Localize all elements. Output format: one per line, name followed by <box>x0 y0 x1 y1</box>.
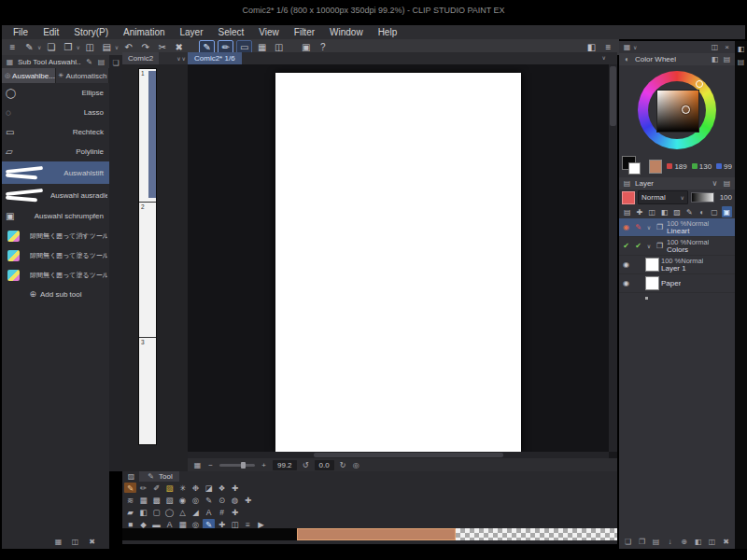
plus-tool-icon[interactable]: ✚ <box>229 507 241 517</box>
export-icon[interactable]: ▤ <box>100 41 114 54</box>
bg-color-swatch[interactable] <box>628 162 641 175</box>
paper-icon[interactable]: ▤ <box>651 537 661 547</box>
drawing-page[interactable] <box>275 73 521 452</box>
correct-line-tool-icon[interactable]: ✎ <box>203 495 215 505</box>
rotate-left-icon[interactable]: ↺ <box>301 461 311 469</box>
history-panel-tab-icon[interactable]: ▤ <box>736 57 746 67</box>
text-tool-icon[interactable]: A <box>203 507 215 517</box>
open-file-icon[interactable]: ❐ <box>61 41 75 54</box>
subtool-item[interactable]: 隙間無く囲って消すツール 参照 <box>2 226 109 245</box>
pages-chevron-icon[interactable]: ∨ <box>176 55 180 62</box>
delete-layer-icon[interactable]: ✖ <box>721 537 731 547</box>
tool-switch-icon-chevron[interactable]: ∨ <box>37 44 41 50</box>
hue-cursor[interactable] <box>696 80 703 88</box>
layer-ruler-icon[interactable]: ▢ <box>709 206 719 217</box>
layer-mask-icon[interactable]: ◐ <box>697 206 707 217</box>
blend-tool-icon[interactable]: ❖ <box>216 483 228 493</box>
menu-edit[interactable]: Edit <box>35 25 66 39</box>
eraser-tool-icon[interactable]: ◪ <box>203 483 215 493</box>
color-wheel-title[interactable]: Color Wheel <box>635 55 707 63</box>
pen-tool-icon[interactable]: ✎ <box>124 483 136 493</box>
circle-tool-icon[interactable]: ◎ <box>190 495 202 505</box>
pencil-tool-icon[interactable]: ✏ <box>137 483 149 493</box>
layer-move-icon[interactable]: ✚ <box>634 206 644 217</box>
layer-row[interactable]: ◉100 %NormalLayer 1 <box>619 256 735 274</box>
frame-border-tool-icon[interactable]: ◧ <box>137 507 149 517</box>
new-folder-icon[interactable]: ❐ <box>637 537 647 547</box>
layer-mask-create-icon[interactable]: ◧ <box>693 537 703 547</box>
menu-filter[interactable]: Filter <box>287 25 322 39</box>
canvas-viewport[interactable] <box>188 64 609 452</box>
layer-row[interactable]: ✔✔∨❐100 %NormalColors <box>619 237 735 256</box>
vertical-scrollbar[interactable] <box>609 64 617 452</box>
close-panel-icon[interactable]: × <box>722 42 732 52</box>
layer-blend-icon[interactable]: ▤ <box>622 206 632 217</box>
subtool-item[interactable]: Auswahl ausradieren <box>2 184 109 206</box>
sv-cursor[interactable] <box>682 105 690 114</box>
horizontal-scrollbar[interactable] <box>188 452 609 458</box>
blend-mode-select[interactable]: Normal ∨ <box>638 190 688 204</box>
page-manager-icon[interactable]: ❏ <box>111 58 121 68</box>
layer-visibility-icon[interactable]: ◉ <box>621 279 631 287</box>
tone-tool-icon[interactable]: ▦ <box>137 495 149 505</box>
subtool-item[interactable]: Auswahlstift <box>2 161 109 184</box>
ruler-tool-icon[interactable]: ▢ <box>150 507 162 517</box>
layer-palette-icon[interactable]: ▣ <box>722 206 732 217</box>
main-menu-icon[interactable]: ≡ <box>6 41 20 54</box>
fill-tool-icon[interactable]: ▨ <box>163 483 176 493</box>
figure-tool-icon[interactable]: ▰ <box>124 507 136 517</box>
zoom-in-icon[interactable]: + <box>259 461 269 469</box>
page-segment[interactable]: 2 <box>139 203 156 338</box>
zoom-value[interactable]: 99.2 <box>273 460 297 470</box>
layer-draft-icon[interactable]: ✎ <box>684 206 695 217</box>
layer-clip-icon[interactable]: ◫ <box>647 206 657 217</box>
two-pane-icon[interactable]: ◫ <box>707 537 717 547</box>
page-segment[interactable]: 1 <box>139 69 156 203</box>
subtool-item[interactable]: ▱Polylinie <box>2 142 109 161</box>
subtool-tab-auswahlbe[interactable]: ◎Auswahlbe... <box>2 68 56 83</box>
layer-thumbnail[interactable] <box>645 276 659 290</box>
new-file-icon[interactable]: ❏ <box>44 41 58 54</box>
current-color-segment[interactable] <box>297 528 456 540</box>
tool-palette-tab[interactable]: ✎ Tool <box>139 471 179 482</box>
reset-view-icon[interactable]: ◎ <box>351 461 361 469</box>
horizontal-scrollbar-thumb[interactable] <box>314 453 503 457</box>
duplicate-subtool-icon[interactable]: ◫ <box>70 537 80 547</box>
new-layer-icon[interactable]: ❏ <box>623 537 633 547</box>
rotate-right-icon[interactable]: ↻ <box>338 461 348 469</box>
pages-menu-chevron-icon[interactable]: ∨ <box>182 55 186 62</box>
page-segment[interactable]: 3 <box>139 338 156 444</box>
hatch-tool-icon[interactable]: ▧ <box>163 495 176 505</box>
add-tool-icon[interactable]: ✚ <box>242 495 254 505</box>
canvas-tab[interactable]: Comic2* 1/6 <box>188 52 242 65</box>
layer-row[interactable]: ◉Paper <box>619 274 735 293</box>
layer-panel-chevron-icon[interactable]: ∨ <box>710 178 720 189</box>
collapse-panel-icon[interactable]: ◫ <box>710 42 720 52</box>
polygon-figure-tool-icon[interactable]: △ <box>176 507 189 517</box>
menu-view[interactable]: View <box>251 25 287 39</box>
subtool-item[interactable]: ▭Rechteck <box>2 122 109 142</box>
visible-area-indicator[interactable] <box>148 71 156 198</box>
pattern-tool-icon[interactable]: ▩ <box>150 495 162 505</box>
subtool-item[interactable]: ▣Auswahl schrumpfen <box>2 206 109 226</box>
brush-tool-icon[interactable]: ✐ <box>150 483 162 493</box>
sv-square[interactable] <box>656 90 699 133</box>
right-panel-top-chevron[interactable]: ∨ <box>633 44 637 50</box>
page-thumbnail-strip[interactable]: 1 2 3 <box>138 68 157 445</box>
subtool-item[interactable]: 隙間無く囲って塗るツール 参照 <box>2 245 109 265</box>
pages-tab[interactable]: Comic2 <box>122 52 159 64</box>
layer-thumbnail[interactable] <box>645 258 659 272</box>
ellipse-figure-tool-icon[interactable]: ◯ <box>163 507 176 517</box>
pin-panel-icon[interactable]: ▦ <box>53 537 63 547</box>
decoration-tool-icon[interactable]: ❉ <box>190 483 202 493</box>
menu-select[interactable]: Select <box>211 25 252 39</box>
navigator-icon[interactable]: ▦ <box>192 461 203 469</box>
palette-color-chip[interactable] <box>622 191 635 204</box>
subtool-item[interactable]: ◯Ellipse <box>2 83 109 103</box>
subtool-edit-icon[interactable]: ✎ <box>84 57 94 67</box>
subtool-item[interactable]: 隙間無く囲って塗るツール <box>2 265 109 285</box>
menu-help[interactable]: Help <box>371 25 405 39</box>
material-panel-tab-icon[interactable]: ◧ <box>736 44 746 54</box>
subtool-item[interactable]: ◌Lasso <box>2 103 109 122</box>
black-color-segment[interactable] <box>122 528 297 540</box>
